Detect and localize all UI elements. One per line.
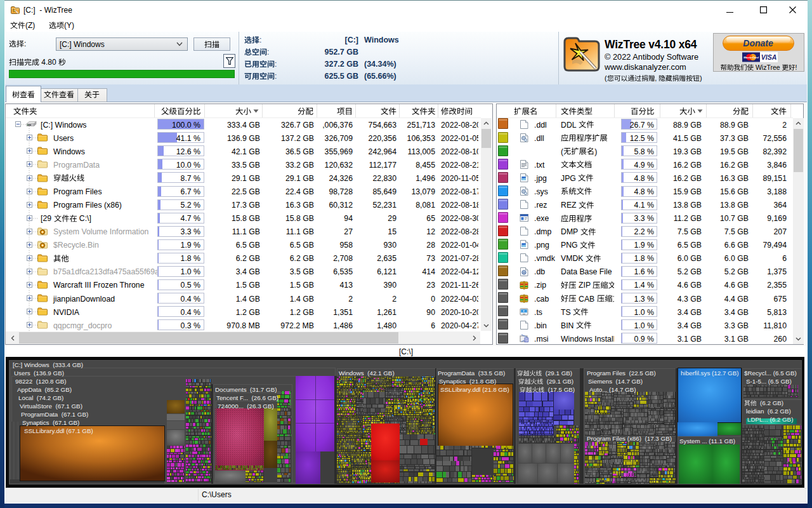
svg-text:VISA: VISA [761,53,777,61]
svg-text:MasterCard: MasterCard [743,56,759,59]
